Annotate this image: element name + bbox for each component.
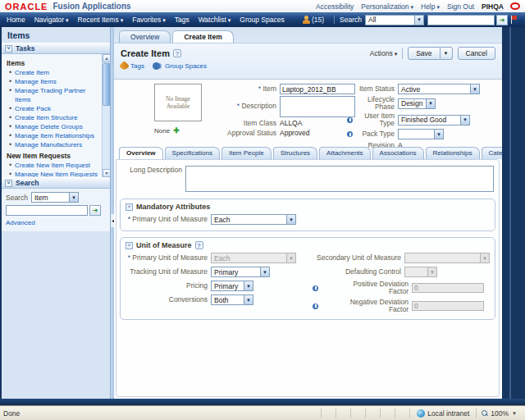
conversions-select[interactable]: Both ▼ (211, 294, 253, 305)
zoom-control[interactable]: 100% ▼ (476, 409, 522, 418)
task-link-manage-manufacturers[interactable]: Manage Manufacturers (15, 141, 82, 148)
list-item: Create Pack (7, 104, 102, 113)
scroll-up-icon[interactable]: ▲ (103, 54, 110, 62)
menu-tags[interactable]: Tags (175, 16, 189, 24)
chevron-down-icon[interactable]: ▼ (286, 215, 295, 224)
negative-deviation-input (412, 301, 484, 311)
cancel-button[interactable]: Cancel (458, 47, 495, 60)
collapse-icon[interactable] (126, 203, 133, 211)
save-dropdown-icon[interactable]: ▼ (441, 47, 453, 60)
task-link-manage-item-relationships[interactable]: Manage Item Relationships (15, 132, 94, 139)
search-panel-header[interactable]: Search (2, 177, 110, 189)
tasks-panel-header[interactable]: Tasks (2, 43, 110, 54)
help-icon[interactable] (173, 49, 181, 57)
personalization-menu[interactable]: Personalization (361, 2, 413, 11)
main-content: Overview Create Item Create Item Actions… (114, 27, 502, 399)
collapse-icon[interactable] (126, 242, 133, 249)
item-input[interactable] (280, 84, 355, 94)
help-menu[interactable]: Help (421, 2, 440, 11)
tab-attachments[interactable]: Attachments (319, 147, 370, 159)
long-description-input[interactable] (185, 166, 494, 192)
tracking-uom-select[interactable]: Primary ▼ (211, 267, 270, 277)
task-link-manage-trading-partner-items[interactable]: Manage Trading Partner Items (15, 87, 85, 103)
primary-uom-select[interactable]: Each ▼ (211, 214, 296, 225)
sign-out-link[interactable]: Sign Out (447, 2, 474, 11)
region-tab-create-item[interactable]: Create Item (172, 30, 233, 43)
pack-type-select[interactable]: ▼ (398, 129, 444, 139)
flag-icon[interactable] (511, 16, 518, 24)
chevron-down-icon[interactable]: ▼ (260, 267, 269, 276)
pricing-select[interactable]: Primary ▼ (211, 281, 253, 291)
menu-group-spaces[interactable]: Group Spaces (240, 16, 284, 24)
chevron-down-icon: ▼ (427, 267, 436, 276)
positive-deviation-input (412, 283, 484, 293)
uom-primary-select: Each ▼ (211, 253, 296, 263)
globe-icon (417, 409, 425, 418)
advanced-search-link[interactable]: Advanced (6, 219, 35, 226)
tab-specifications[interactable]: Specifications (165, 147, 220, 159)
chevron-down-icon[interactable]: ▼ (414, 16, 423, 25)
item-class-label: Item Class (209, 120, 280, 127)
oracle-logo: ORACLE (5, 2, 48, 11)
tab-structures[interactable]: Structures (273, 147, 317, 159)
tags-link[interactable]: Tags (130, 62, 144, 70)
collapse-icon[interactable] (5, 180, 12, 187)
approval-status-label: Approval Status (209, 130, 280, 137)
chevron-down-icon[interactable]: ▼ (244, 281, 253, 290)
user-item-type-select[interactable]: Finished Good ▼ (398, 115, 470, 126)
menu-navigator[interactable]: Navigator (34, 16, 69, 24)
approval-status-value: Approved (280, 129, 309, 137)
menu-favorites[interactable]: Favorites (132, 16, 165, 24)
list-item: Create Item Structure (7, 113, 102, 122)
task-link-create-new-item-request[interactable]: Create New Item Request (15, 162, 90, 169)
scrollbar-thumb[interactable] (103, 63, 110, 106)
help-icon[interactable] (195, 241, 203, 249)
task-link-manage-delete-groups[interactable]: Manage Delete Groups (15, 123, 83, 130)
sidebar-search-go-icon[interactable] (89, 205, 101, 216)
group-spaces-link[interactable]: Group Spaces (165, 62, 207, 70)
chevron-down-icon[interactable]: ▼ (434, 130, 443, 139)
accessibility-link[interactable]: Accessibility (316, 2, 354, 11)
notification-count[interactable]: (15) (312, 16, 324, 24)
task-link-create-pack[interactable]: Create Pack (15, 105, 51, 112)
tab-associations[interactable]: Associations (372, 147, 424, 159)
search-panel-body: Search Item ▼ Advanced (2, 189, 110, 231)
item-status-select[interactable]: Active ▼ (398, 84, 480, 94)
region-tab-overview[interactable]: Overview (119, 30, 171, 43)
notifications-icon[interactable] (303, 16, 310, 24)
collapse-icon[interactable] (5, 45, 12, 52)
menu-recent-items[interactable]: Recent Items (78, 16, 124, 24)
chevron-down-icon[interactable]: ▼ (69, 193, 78, 202)
tracking-uom-label: Tracking Unit of Measure (126, 268, 211, 276)
list-item: Manage Trading Partner Items (7, 86, 102, 104)
sidebar-title: Items (2, 27, 110, 43)
tab-relationships[interactable]: Relationships (426, 147, 480, 159)
task-link-manage-items[interactable]: Manage Items (15, 78, 57, 85)
lifecycle-phase-select[interactable]: Design ▼ (398, 98, 436, 109)
defaulting-control-select: ▼ (404, 267, 437, 277)
global-search-input[interactable] (427, 15, 495, 25)
global-search-scope-select[interactable]: All ▼ (365, 15, 424, 25)
chevron-down-icon[interactable]: ▼ (512, 411, 517, 416)
actions-menu[interactable]: Actions (370, 49, 397, 57)
menu-watchlist[interactable]: Watchlist (199, 16, 231, 24)
chevron-down-icon[interactable]: ▼ (426, 99, 435, 108)
sidebar-search-input[interactable] (6, 205, 88, 216)
tab-overview[interactable]: Overview (119, 147, 163, 159)
description-input[interactable] (280, 96, 355, 117)
scroll-down-icon[interactable]: ▼ (103, 169, 110, 177)
tasks-scrollbar[interactable]: ▲ ▼ (102, 54, 110, 177)
zoom-level: 100% (491, 409, 509, 418)
task-link-manage-new-item-requests[interactable]: Manage New Item Requests (15, 171, 98, 177)
add-attachment-icon[interactable]: ✚ (173, 126, 180, 135)
sidebar-search-scope-select[interactable]: Item ▼ (31, 192, 79, 203)
menu-home[interactable]: Home (7, 16, 25, 24)
task-link-create-item[interactable]: Create Item (15, 69, 49, 76)
save-button[interactable]: Save (408, 47, 440, 60)
global-search-go-icon[interactable] (496, 15, 508, 25)
task-link-create-item-structure[interactable]: Create Item Structure (15, 114, 77, 121)
chevron-down-icon[interactable]: ▼ (244, 295, 253, 304)
chevron-down-icon[interactable]: ▼ (460, 116, 469, 125)
chevron-down-icon[interactable]: ▼ (470, 84, 479, 94)
tab-item-people[interactable]: Item People (221, 147, 272, 159)
